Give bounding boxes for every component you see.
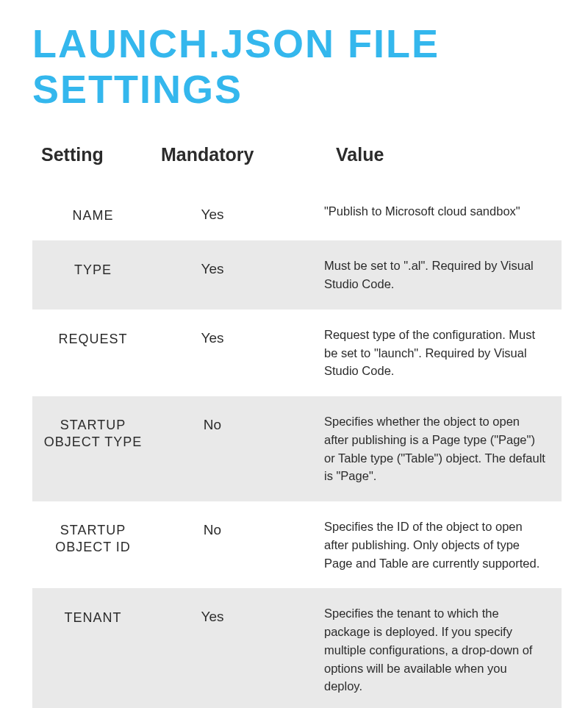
- cell-setting: STARTUP OBJECT TYPE: [32, 412, 161, 451]
- table-row: TENANT Yes Specifies the tenant to which…: [32, 588, 562, 708]
- table-row: STARTUP OBJECT TYPE No Specifies whether…: [32, 396, 562, 501]
- cell-value: Specifies the ID of the object to open a…: [293, 518, 562, 572]
- table-row: REQUEST Yes Request type of the configur…: [32, 310, 562, 396]
- cell-mandatory: No: [161, 412, 293, 433]
- cell-value: Request type of the configuration. Must …: [293, 326, 562, 380]
- cell-value: "Publish to Microsoft cloud sandbox": [293, 202, 562, 221]
- table-row: NAME Yes "Publish to Microsoft cloud san…: [32, 186, 562, 240]
- header-setting: Setting: [32, 144, 161, 165]
- cell-mandatory: Yes: [161, 326, 293, 346]
- cell-mandatory: Yes: [161, 202, 293, 223]
- cell-mandatory: Yes: [161, 257, 293, 277]
- cell-value: Specifies whether the object to open aft…: [293, 412, 562, 485]
- cell-setting: REQUEST: [32, 326, 161, 348]
- cell-value: Must be set to ".al". Required by Visual…: [293, 257, 562, 293]
- table-header: Setting Mandatory Value: [32, 138, 562, 186]
- header-mandatory: Mandatory: [161, 144, 293, 165]
- page-title: LAUNCH.JSON FILE SETTINGS: [32, 21, 562, 112]
- cell-setting: NAME: [32, 202, 161, 224]
- cell-setting: STARTUP OBJECT ID: [32, 518, 161, 556]
- cell-setting: TYPE: [32, 257, 161, 279]
- cell-value: Specifies the tenant to which the packag…: [293, 604, 562, 696]
- table-row: TYPE Yes Must be set to ".al". Required …: [32, 240, 562, 310]
- cell-mandatory: No: [161, 518, 293, 538]
- table-row: STARTUP OBJECT ID No Specifies the ID of…: [32, 501, 562, 588]
- cell-setting: TENANT: [32, 604, 161, 626]
- cell-mandatory: Yes: [161, 604, 293, 625]
- header-value: Value: [293, 144, 562, 165]
